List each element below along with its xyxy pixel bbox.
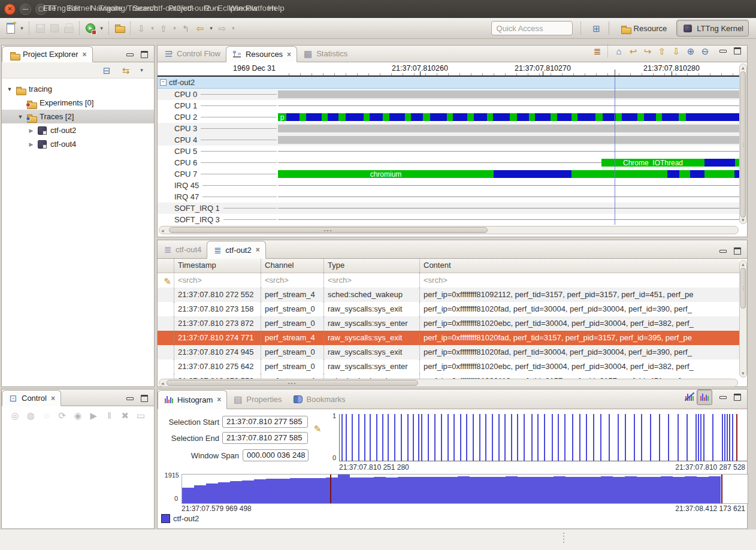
window-minimize-icon[interactable]: — bbox=[20, 4, 31, 15]
collapsed-arrow-icon[interactable]: ▶ bbox=[27, 141, 35, 147]
maximize-view-icon[interactable] bbox=[734, 394, 741, 401]
minimize-view-icon[interactable] bbox=[126, 53, 134, 56]
column-header-content[interactable]: Content bbox=[420, 259, 739, 273]
table-row-4[interactable]: 21:37:07.810 274 945perf_stream_0raw_sys… bbox=[158, 345, 739, 359]
events-hscrollbar[interactable]: ◂ ••• bbox=[159, 379, 738, 387]
previous-annotation-icon[interactable] bbox=[156, 21, 171, 35]
resource-row-cpu-7[interactable]: CPU 7chromium bbox=[158, 168, 740, 180]
destroy-session-icon[interactable] bbox=[134, 408, 148, 422]
refresh-icon[interactable] bbox=[55, 408, 69, 422]
table-row-0[interactable]: 21:37:07.810 272 552perf_stream_4sched:s… bbox=[158, 288, 739, 302]
minimize-view-icon[interactable] bbox=[719, 396, 727, 399]
save-icon[interactable] bbox=[33, 21, 47, 35]
save-all-icon[interactable] bbox=[47, 21, 62, 35]
full-range-histogram[interactable] bbox=[182, 474, 748, 504]
tab-histogram[interactable]: Histogram× bbox=[158, 390, 227, 409]
resource-row-cpu-3[interactable]: CPU 3 bbox=[158, 123, 740, 134]
collapse-all-icon[interactable] bbox=[99, 63, 114, 77]
connect-icon[interactable] bbox=[23, 408, 38, 422]
tree-item-traces-2-[interactable]: ▼Traces [2] bbox=[2, 110, 154, 123]
close-icon[interactable]: × bbox=[51, 394, 55, 403]
maximize-view-icon[interactable] bbox=[141, 51, 148, 58]
new-connection-icon[interactable] bbox=[8, 408, 22, 422]
last-edit-location-icon[interactable] bbox=[179, 21, 193, 35]
partial-row[interactable]: 21:37:07.810 272 552perf_stream_4sched:s… bbox=[158, 374, 739, 379]
resource-row-cpu-5[interactable]: CPU 5 bbox=[158, 146, 740, 157]
scroll-down-icon[interactable]: ▾ bbox=[742, 217, 745, 223]
menu-navigate[interactable]: Navigate bbox=[90, 4, 122, 13]
column-header-type[interactable]: Type bbox=[324, 259, 420, 273]
resource-row-irq-45[interactable]: IRQ 45 bbox=[158, 180, 740, 191]
back-dropdown-icon[interactable] bbox=[207, 21, 215, 35]
tree-item-ctf-out4[interactable]: ▶ctf-out4 bbox=[2, 137, 154, 151]
tree-item-ctf-out2[interactable]: ▶ctf-out2 bbox=[2, 123, 154, 137]
menu-search[interactable]: Search bbox=[132, 4, 158, 13]
events-vscroll-thumb[interactable]: ⋮ bbox=[740, 268, 746, 309]
editor-tab-ctf-out4[interactable]: ctf-out4 bbox=[158, 240, 207, 258]
expanded-arrow-icon[interactable]: ▼ bbox=[16, 114, 25, 120]
editor-tab-ctf-out2[interactable]: ctf-out2× bbox=[207, 241, 265, 259]
table-row-1[interactable]: 21:37:07.810 273 158perf_stream_0raw_sys… bbox=[158, 302, 739, 316]
tab-properties[interactable]: Properties bbox=[227, 389, 287, 409]
resource-row-cpu-2[interactable]: CPU 2p bbox=[158, 111, 740, 123]
tree-item-experiments-0-[interactable]: Experiments [0] bbox=[2, 96, 154, 110]
lttng-kernel-perspective-button[interactable]: LTTng Kernel bbox=[676, 20, 749, 37]
resources-timeline[interactable]: −ctf-out2CPU 0CPU 1CPU 2pCPU 3CPU 4CPU 5… bbox=[158, 77, 740, 225]
collapse-icon[interactable]: − bbox=[160, 79, 167, 86]
scroll-down-icon[interactable]: ▾ bbox=[742, 370, 745, 376]
resources-hscrollbar[interactable]: ◂ ••• bbox=[159, 226, 739, 234]
resource-row-soft-irq-3[interactable]: SOFT_IRQ 3 bbox=[158, 214, 740, 225]
disconnect-icon[interactable] bbox=[40, 408, 54, 422]
close-icon[interactable]: × bbox=[217, 395, 221, 404]
record-session-icon[interactable] bbox=[71, 408, 85, 422]
table-row-3[interactable]: 21:37:07.810 274 771perf_stream_4raw_sys… bbox=[158, 331, 739, 345]
tab-resources[interactable]: Resources× bbox=[226, 46, 297, 62]
maximize-view-icon[interactable] bbox=[734, 247, 741, 255]
tree-item-tracing[interactable]: ▼tracing bbox=[2, 82, 154, 96]
scroll-up-icon[interactable]: ▴ bbox=[742, 261, 745, 267]
maximize-view-icon[interactable] bbox=[734, 47, 741, 55]
tab-control[interactable]: Control × bbox=[2, 390, 61, 406]
next-resource-icon[interactable] bbox=[669, 44, 684, 58]
new-dropdown-icon[interactable] bbox=[18, 21, 26, 35]
column-header-channel[interactable]: Channel bbox=[261, 259, 324, 273]
menu-window[interactable]: Window bbox=[229, 4, 258, 13]
close-icon[interactable]: × bbox=[256, 246, 260, 254]
open-trace-icon[interactable] bbox=[113, 21, 127, 35]
scroll-left-icon[interactable]: ◂ bbox=[161, 380, 164, 386]
events-vscrollbar[interactable]: ▴ ⋮ ▾ bbox=[739, 260, 747, 377]
resource-row-cpu-4[interactable]: CPU 4 bbox=[158, 134, 740, 146]
events-hscroll-thumb[interactable]: ••• bbox=[167, 380, 418, 386]
window-close-icon[interactable]: ✕ bbox=[4, 4, 16, 15]
menu-help[interactable]: Help bbox=[268, 4, 285, 13]
next-event-icon[interactable] bbox=[640, 44, 655, 58]
expanded-arrow-icon[interactable]: ▼ bbox=[5, 86, 14, 92]
activate-trace-coloring-icon[interactable] bbox=[697, 389, 712, 405]
start-trace-icon[interactable] bbox=[86, 408, 101, 422]
close-icon[interactable]: × bbox=[82, 50, 86, 59]
hide-lost-events-icon[interactable] bbox=[682, 390, 697, 404]
show-legend-icon[interactable] bbox=[590, 44, 604, 58]
quick-access-input[interactable] bbox=[491, 21, 573, 35]
tab-bookmarks[interactable]: Bookmarks bbox=[288, 389, 351, 409]
zoom-in-icon[interactable] bbox=[684, 44, 698, 58]
resources-vscroll-thumb[interactable]: ⋮ bbox=[740, 71, 746, 217]
column-header-timestamp[interactable]: Timestamp bbox=[174, 259, 261, 273]
forward-icon[interactable] bbox=[215, 21, 229, 35]
events-filter-row[interactable]: <srch><srch><srch><srch> bbox=[158, 273, 739, 288]
table-row-2[interactable]: 21:37:07.810 273 872perf_stream_0raw_sys… bbox=[158, 316, 739, 331]
back-icon[interactable] bbox=[193, 21, 207, 35]
run-dropdown-icon[interactable] bbox=[98, 21, 105, 35]
collapsed-arrow-icon[interactable]: ▶ bbox=[27, 128, 35, 134]
resource-row-irq-47[interactable]: IRQ 47 bbox=[158, 191, 740, 203]
resource-row-cpu-0[interactable]: CPU 0 bbox=[158, 89, 740, 100]
table-row-partial[interactable]: 21:37:07.810 272 552perf_stream_4sched:s… bbox=[158, 374, 739, 379]
window-span-field[interactable]: 000.000 036 248 bbox=[243, 449, 309, 461]
stop-trace-icon[interactable] bbox=[118, 408, 132, 422]
pause-trace-icon[interactable] bbox=[102, 408, 117, 422]
print-icon[interactable] bbox=[62, 21, 76, 35]
previous-annotation-dropdown-icon[interactable] bbox=[171, 21, 179, 35]
menu-edit[interactable]: Edit bbox=[66, 4, 80, 13]
resource-perspective-button[interactable]: Resource bbox=[614, 20, 672, 36]
resources-vscrollbar[interactable]: ▴ ⋮ ▾ bbox=[739, 64, 747, 224]
